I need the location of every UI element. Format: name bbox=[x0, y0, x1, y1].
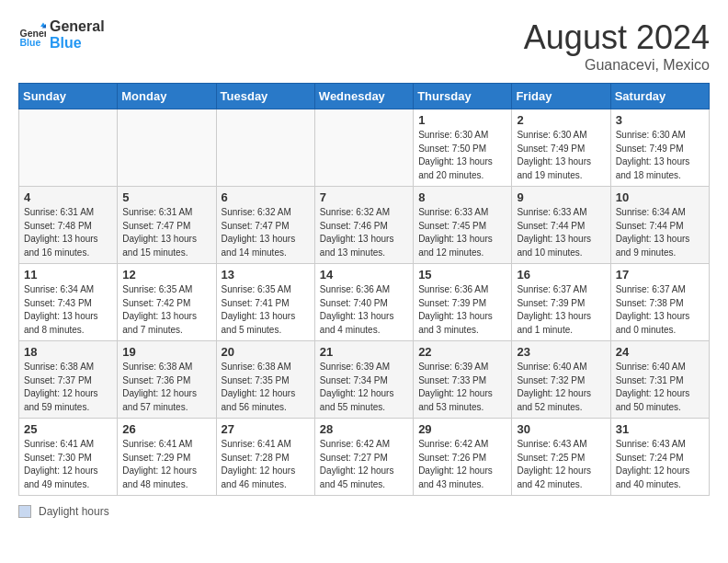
day-info: Sunrise: 6:36 AM Sunset: 7:40 PM Dayligh… bbox=[320, 283, 408, 337]
day-headers-row: SundayMondayTuesdayWednesdayThursdayFrid… bbox=[19, 84, 710, 109]
calendar-cell: 3Sunrise: 6:30 AM Sunset: 7:49 PM Daylig… bbox=[610, 109, 709, 187]
day-number: 4 bbox=[24, 190, 112, 204]
day-number: 16 bbox=[517, 268, 605, 282]
day-info: Sunrise: 6:34 AM Sunset: 7:44 PM Dayligh… bbox=[616, 206, 704, 259]
day-info: Sunrise: 6:42 AM Sunset: 7:26 PM Dayligh… bbox=[418, 438, 506, 491]
legend: Daylight hours bbox=[18, 505, 710, 518]
day-number: 27 bbox=[222, 422, 310, 436]
day-info: Sunrise: 6:43 AM Sunset: 7:25 PM Dayligh… bbox=[517, 438, 605, 491]
day-info: Sunrise: 6:30 AM Sunset: 7:49 PM Dayligh… bbox=[517, 129, 605, 182]
calendar-cell: 5Sunrise: 6:31 AM Sunset: 7:47 PM Daylig… bbox=[118, 187, 216, 264]
calendar-week-2: 4Sunrise: 6:31 AM Sunset: 7:48 PM Daylig… bbox=[19, 187, 710, 264]
day-number: 30 bbox=[517, 422, 605, 436]
day-number: 3 bbox=[616, 113, 704, 127]
calendar-cell: 7Sunrise: 6:32 AM Sunset: 7:46 PM Daylig… bbox=[314, 187, 413, 264]
day-info: Sunrise: 6:37 AM Sunset: 7:38 PM Dayligh… bbox=[616, 283, 704, 337]
calendar-cell: 8Sunrise: 6:33 AM Sunset: 7:45 PM Daylig… bbox=[414, 187, 512, 264]
day-info: Sunrise: 6:35 AM Sunset: 7:42 PM Dayligh… bbox=[122, 283, 210, 337]
day-header-tuesday: Tuesday bbox=[216, 84, 314, 109]
calendar-cell: 4Sunrise: 6:31 AM Sunset: 7:48 PM Daylig… bbox=[19, 187, 118, 264]
logo-general-text: General bbox=[50, 18, 105, 35]
day-info: Sunrise: 6:41 AM Sunset: 7:28 PM Dayligh… bbox=[222, 438, 310, 491]
day-number: 22 bbox=[418, 345, 506, 359]
day-number: 25 bbox=[24, 422, 112, 436]
day-info: Sunrise: 6:39 AM Sunset: 7:33 PM Dayligh… bbox=[418, 361, 506, 414]
day-header-wednesday: Wednesday bbox=[314, 84, 413, 109]
calendar-cell: 6Sunrise: 6:32 AM Sunset: 7:47 PM Daylig… bbox=[216, 187, 314, 264]
day-info: Sunrise: 6:43 AM Sunset: 7:24 PM Dayligh… bbox=[616, 438, 704, 491]
day-info: Sunrise: 6:39 AM Sunset: 7:34 PM Dayligh… bbox=[320, 361, 408, 414]
day-info: Sunrise: 6:38 AM Sunset: 7:37 PM Dayligh… bbox=[24, 361, 112, 414]
day-number: 1 bbox=[418, 113, 506, 127]
location-subtitle: Guanacevi, Mexico bbox=[524, 57, 710, 74]
calendar-cell: 30Sunrise: 6:43 AM Sunset: 7:25 PM Dayli… bbox=[512, 419, 610, 496]
day-header-sunday: Sunday bbox=[19, 84, 118, 109]
day-number: 31 bbox=[616, 422, 704, 436]
day-number: 26 bbox=[122, 422, 210, 436]
calendar-cell: 10Sunrise: 6:34 AM Sunset: 7:44 PM Dayli… bbox=[610, 187, 709, 264]
legend-label: Daylight hours bbox=[39, 505, 109, 518]
calendar-cell: 24Sunrise: 6:40 AM Sunset: 7:31 PM Dayli… bbox=[610, 341, 709, 419]
calendar-cell: 2Sunrise: 6:30 AM Sunset: 7:49 PM Daylig… bbox=[512, 109, 610, 187]
calendar-cell: 29Sunrise: 6:42 AM Sunset: 7:26 PM Dayli… bbox=[414, 419, 512, 496]
day-info: Sunrise: 6:40 AM Sunset: 7:31 PM Dayligh… bbox=[616, 361, 704, 414]
day-number: 13 bbox=[222, 268, 310, 282]
calendar-cell: 27Sunrise: 6:41 AM Sunset: 7:28 PM Dayli… bbox=[216, 419, 314, 496]
calendar-cell bbox=[314, 109, 413, 187]
day-info: Sunrise: 6:41 AM Sunset: 7:29 PM Dayligh… bbox=[122, 438, 210, 491]
day-number: 8 bbox=[418, 190, 506, 204]
page-header: General Blue General Blue August 2024 Gu… bbox=[18, 18, 710, 74]
calendar-cell bbox=[216, 109, 314, 187]
day-info: Sunrise: 6:32 AM Sunset: 7:47 PM Dayligh… bbox=[222, 206, 310, 259]
day-number: 29 bbox=[418, 422, 506, 436]
day-number: 7 bbox=[320, 190, 408, 204]
calendar-cell: 19Sunrise: 6:38 AM Sunset: 7:36 PM Dayli… bbox=[118, 341, 216, 419]
day-header-thursday: Thursday bbox=[414, 84, 512, 109]
logo-icon: General Blue bbox=[18, 21, 46, 49]
calendar-cell: 1Sunrise: 6:30 AM Sunset: 7:50 PM Daylig… bbox=[414, 109, 512, 187]
day-number: 21 bbox=[320, 345, 408, 359]
svg-text:Blue: Blue bbox=[20, 37, 41, 48]
day-info: Sunrise: 6:33 AM Sunset: 7:44 PM Dayligh… bbox=[517, 206, 605, 259]
calendar-cell bbox=[19, 109, 118, 187]
day-number: 28 bbox=[320, 422, 408, 436]
calendar-week-4: 18Sunrise: 6:38 AM Sunset: 7:37 PM Dayli… bbox=[19, 341, 710, 419]
calendar-cell bbox=[118, 109, 216, 187]
day-info: Sunrise: 6:30 AM Sunset: 7:50 PM Dayligh… bbox=[418, 129, 506, 182]
day-header-saturday: Saturday bbox=[610, 84, 709, 109]
legend-box bbox=[18, 505, 31, 518]
calendar-cell: 12Sunrise: 6:35 AM Sunset: 7:42 PM Dayli… bbox=[118, 264, 216, 341]
day-info: Sunrise: 6:35 AM Sunset: 7:41 PM Dayligh… bbox=[222, 283, 310, 337]
calendar-cell: 21Sunrise: 6:39 AM Sunset: 7:34 PM Dayli… bbox=[314, 341, 413, 419]
day-number: 10 bbox=[616, 190, 704, 204]
day-info: Sunrise: 6:37 AM Sunset: 7:39 PM Dayligh… bbox=[517, 283, 605, 337]
day-info: Sunrise: 6:30 AM Sunset: 7:49 PM Dayligh… bbox=[616, 129, 704, 182]
calendar-cell: 15Sunrise: 6:36 AM Sunset: 7:39 PM Dayli… bbox=[414, 264, 512, 341]
calendar-cell: 28Sunrise: 6:42 AM Sunset: 7:27 PM Dayli… bbox=[314, 419, 413, 496]
calendar-week-5: 25Sunrise: 6:41 AM Sunset: 7:30 PM Dayli… bbox=[19, 419, 710, 496]
day-number: 6 bbox=[222, 190, 310, 204]
day-number: 19 bbox=[122, 345, 210, 359]
logo-blue-text: Blue bbox=[50, 35, 105, 52]
day-number: 17 bbox=[616, 268, 704, 282]
day-number: 5 bbox=[122, 190, 210, 204]
day-info: Sunrise: 6:42 AM Sunset: 7:27 PM Dayligh… bbox=[320, 438, 408, 491]
day-number: 12 bbox=[122, 268, 210, 282]
day-number: 23 bbox=[517, 345, 605, 359]
calendar-cell: 16Sunrise: 6:37 AM Sunset: 7:39 PM Dayli… bbox=[512, 264, 610, 341]
day-number: 14 bbox=[320, 268, 408, 282]
day-info: Sunrise: 6:34 AM Sunset: 7:43 PM Dayligh… bbox=[24, 283, 112, 337]
day-info: Sunrise: 6:38 AM Sunset: 7:36 PM Dayligh… bbox=[122, 361, 210, 414]
day-info: Sunrise: 6:33 AM Sunset: 7:45 PM Dayligh… bbox=[418, 206, 506, 259]
day-info: Sunrise: 6:31 AM Sunset: 7:47 PM Dayligh… bbox=[122, 206, 210, 259]
day-header-monday: Monday bbox=[118, 84, 216, 109]
day-number: 15 bbox=[418, 268, 506, 282]
day-header-friday: Friday bbox=[512, 84, 610, 109]
logo: General Blue General Blue bbox=[18, 18, 105, 51]
calendar-cell: 23Sunrise: 6:40 AM Sunset: 7:32 PM Dayli… bbox=[512, 341, 610, 419]
calendar-cell: 25Sunrise: 6:41 AM Sunset: 7:30 PM Dayli… bbox=[19, 419, 118, 496]
day-number: 2 bbox=[517, 113, 605, 127]
calendar-week-3: 11Sunrise: 6:34 AM Sunset: 7:43 PM Dayli… bbox=[19, 264, 710, 341]
calendar-cell: 13Sunrise: 6:35 AM Sunset: 7:41 PM Dayli… bbox=[216, 264, 314, 341]
calendar-cell: 26Sunrise: 6:41 AM Sunset: 7:29 PM Dayli… bbox=[118, 419, 216, 496]
